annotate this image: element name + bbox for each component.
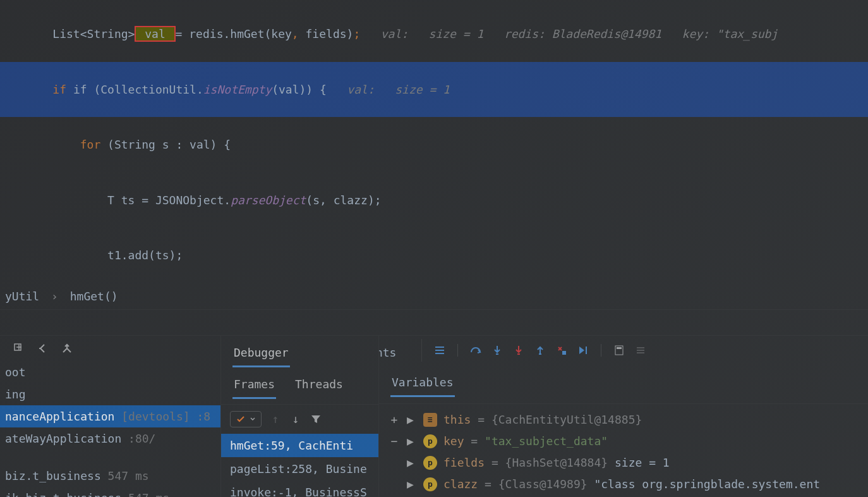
code-line-2-breakpoint[interactable]: if if (CollectionUtil.isNotEmpty(val)) {…	[0, 62, 868, 118]
lines-icon[interactable]	[433, 344, 446, 357]
svg-rect-7	[562, 351, 566, 355]
settings-icon[interactable]	[634, 344, 647, 357]
debug-panel: oot ing nanceApplication [devtools] :8 a…	[0, 335, 868, 497]
target-icon[interactable]	[13, 342, 25, 355]
breadcrumb[interactable]: yUtil › hmGet()	[0, 283, 868, 310]
var-row-clazz[interactable]: ▶ p clazz = {Class@14989} "class org.spr…	[379, 474, 868, 495]
frame-list[interactable]: hmGet:59, CachEnti pageList:258, Busine …	[221, 434, 378, 497]
frame-item[interactable]: invoke:-1, BusinessS	[221, 481, 378, 497]
left-toolbar	[0, 336, 220, 361]
variables-tab[interactable]: Variables	[390, 373, 455, 397]
expand-icon[interactable]: ▶	[407, 477, 417, 491]
var-row-key[interactable]: − ▶ p key = "tax_subject_data"	[379, 431, 868, 452]
run-list[interactable]: oot ing nanceApplication [devtools] :8 a…	[0, 361, 220, 497]
tab-debugger[interactable]: Debugger	[232, 342, 290, 367]
variables-header: Variables	[379, 365, 868, 404]
var-row-this[interactable]: + ▶ ≡ this = {CachEntityUtil@14885}	[379, 409, 868, 431]
frame-filter-dropdown[interactable]	[230, 411, 262, 427]
debug-tabs: Debugger	[221, 336, 301, 367]
object-badge: ≡	[423, 413, 437, 427]
list-item[interactable]: jk_biz.t_business 547 ms	[0, 487, 220, 497]
frames-panel: Debugger Frames Threads ↑ ↓ hmGet:59, Ca…	[221, 336, 379, 497]
expand-icon[interactable]: ▶	[407, 434, 417, 448]
variables-panel: Console Endpoints	[379, 336, 868, 497]
tab-endpoints[interactable]: Endpoints	[379, 342, 397, 365]
breadcrumb-method[interactable]: hmGet()	[70, 290, 118, 303]
list-item[interactable]: biz.t_business 547 ms	[0, 465, 220, 487]
debug-toolbar	[421, 339, 658, 362]
step-over-icon[interactable]	[469, 344, 482, 357]
breadcrumb-class[interactable]: yUtil	[5, 290, 39, 303]
minus-icon[interactable]: −	[391, 434, 398, 448]
breadcrumb-sep: ›	[51, 290, 58, 303]
svg-rect-10	[617, 347, 622, 349]
back-icon[interactable]	[37, 342, 49, 355]
var-row-fields[interactable]: ▶ p fields = {HashSet@14884} size = 1	[379, 452, 868, 474]
chevron-down-icon	[250, 416, 256, 422]
run-to-cursor-icon[interactable]	[577, 344, 589, 357]
expand-icon[interactable]: ▶	[407, 413, 417, 426]
add-icon[interactable]: +	[391, 413, 398, 426]
code-line-5[interactable]: t1.add(ts);	[0, 228, 868, 283]
svg-rect-5	[517, 353, 520, 355]
param-badge: p	[423, 434, 437, 448]
step-out-icon[interactable]	[534, 344, 546, 357]
filter-icon[interactable]	[310, 413, 322, 426]
svg-rect-6	[539, 353, 541, 355]
frame-controls: ↑ ↓	[221, 405, 378, 434]
code-editor[interactable]: List<String> val = redis.hmGet(key, fiel…	[0, 0, 868, 283]
sub-tabs: Frames Threads	[221, 367, 378, 405]
code-line-4[interactable]: T ts = JSONObject.parseObject(s, clazz);	[0, 173, 868, 228]
param-badge: p	[423, 477, 437, 491]
sub-tab-threads[interactable]: Threads	[294, 375, 344, 399]
list-item-selected[interactable]: nanceApplication [devtools] :8	[0, 405, 220, 427]
branch-icon[interactable]	[61, 342, 73, 355]
svg-rect-4	[496, 353, 498, 355]
drop-frame-icon[interactable]	[555, 344, 568, 357]
variables-tree[interactable]: + ▶ ≡ this = {CachEntityUtil@14885} − ▶ …	[379, 404, 868, 497]
highlighted-variable: val	[135, 26, 175, 42]
frame-item[interactable]: pageList:258, Busine	[221, 457, 378, 481]
frame-item[interactable]: hmGet:59, CachEnti	[221, 434, 378, 457]
step-into-icon[interactable]	[491, 344, 503, 357]
check-icon	[236, 414, 246, 424]
sub-tab-frames[interactable]: Frames	[232, 375, 276, 399]
code-line-1[interactable]: List<String> val = redis.hmGet(key, fiel…	[0, 6, 868, 62]
arrow-up-icon[interactable]: ↑	[269, 413, 282, 426]
run-configs-panel: oot ing nanceApplication [devtools] :8 a…	[0, 336, 221, 497]
list-item[interactable]: ateWayApplication :80/	[0, 427, 220, 450]
code-line-3[interactable]: for (String s : val) {	[0, 117, 868, 173]
calculator-icon[interactable]	[613, 344, 625, 357]
list-item[interactable]: oot	[0, 361, 220, 383]
force-step-into-icon[interactable]	[512, 344, 525, 357]
param-badge: p	[423, 456, 437, 470]
arrow-down-icon[interactable]: ↓	[289, 413, 302, 426]
expand-icon[interactable]: ▶	[407, 456, 417, 469]
svg-rect-8	[586, 347, 587, 354]
debug-right-tabs: Console Endpoints	[379, 336, 409, 365]
list-item[interactable]: ing	[0, 383, 220, 405]
